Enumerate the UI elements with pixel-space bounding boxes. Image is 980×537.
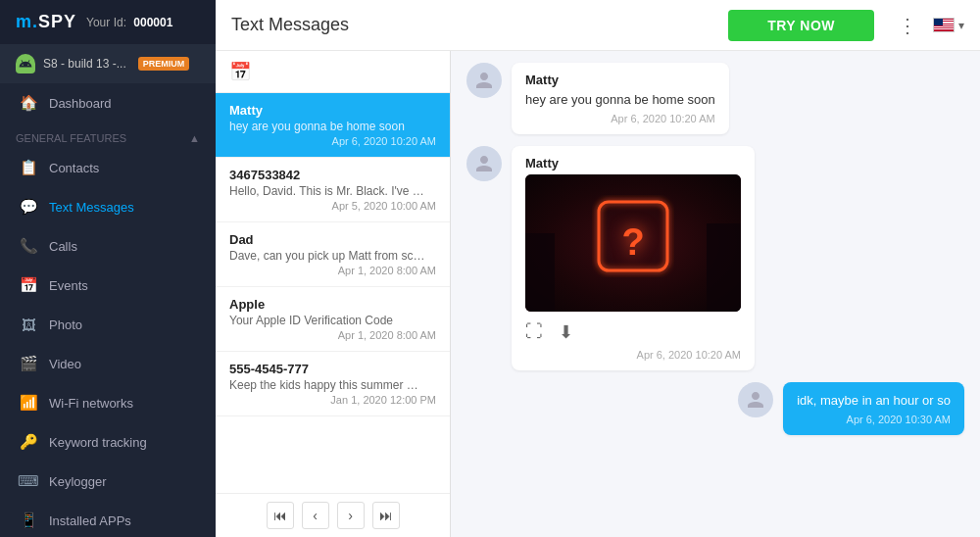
- sidebar-label-text-messages: Text Messages: [49, 200, 134, 215]
- message-preview: Keep the kids happy this summer with ...: [229, 378, 425, 392]
- message-item-dad[interactable]: Dad Dave, can you pick up Matt from scho…: [216, 222, 450, 287]
- sidebar-item-events[interactable]: 📅 Events: [0, 266, 216, 305]
- sidebar-item-wifi[interactable]: 📶 Wi-Fi networks: [0, 383, 216, 422]
- sidebar-item-installed-apps[interactable]: 📱 Installed APPs: [0, 501, 216, 537]
- message-preview: Your Apple ID Verification Code: [229, 314, 425, 327]
- photo-icon: 🖼: [20, 316, 37, 333]
- sidebar-item-calls[interactable]: 📞 Calls: [0, 226, 216, 266]
- chevron-down-icon: ▾: [958, 19, 964, 32]
- message-list-header: 📅: [216, 51, 450, 93]
- message-time: Apr 5, 2020 10:00 AM: [229, 200, 436, 212]
- bubble-sender: Matty: [525, 73, 715, 87]
- message-sender: Apple: [229, 297, 436, 312]
- app-logo: m.SPY: [16, 12, 76, 32]
- bubble-sender: Matty: [525, 156, 741, 171]
- topbar-actions: ⋮ ▾: [890, 10, 964, 41]
- last-page-button[interactable]: ⏭: [372, 502, 400, 529]
- calls-icon: 📞: [20, 237, 37, 255]
- sidebar-label-installed-apps: Installed APPs: [49, 513, 131, 528]
- bubble-time: Apr 6, 2020 10:30 AM: [797, 414, 951, 425]
- avatar: [466, 63, 502, 98]
- pagination: ⏮ ‹ › ⏭: [216, 493, 450, 537]
- bubble-image: ?: [525, 174, 741, 312]
- download-image-button[interactable]: ⬇: [559, 321, 573, 343]
- message-sender: Matty: [229, 103, 436, 118]
- chat-panel: Matty hey are you gonna be home soon Apr…: [451, 51, 980, 537]
- topbar: Text Messages TRY NOW ⋮ ▾: [216, 0, 980, 51]
- sidebar-label-calls: Calls: [49, 239, 77, 254]
- next-page-button[interactable]: ›: [337, 502, 365, 529]
- page-title: Text Messages: [231, 15, 712, 35]
- us-flag-icon: [933, 18, 955, 32]
- svg-text:?: ?: [621, 221, 644, 263]
- sidebar-item-dashboard[interactable]: 🏠 Dashboard: [0, 83, 216, 122]
- bubble-incoming-2: Matty: [512, 146, 755, 370]
- message-item-555[interactable]: 555-4545-777 Keep the kids happy this su…: [216, 352, 450, 416]
- main-area: Text Messages TRY NOW ⋮ ▾ 📅 Matty hey ar…: [216, 0, 980, 537]
- sidebar-item-keyword[interactable]: 🔑 Keyword tracking: [0, 422, 216, 462]
- message-list-panel: 📅 Matty hey are you gonna be home soon A…: [216, 51, 451, 537]
- keyword-icon: 🔑: [20, 433, 37, 451]
- message-sender: 555-4545-777: [229, 362, 436, 376]
- more-options-button[interactable]: ⋮: [890, 10, 925, 41]
- home-icon: 🏠: [20, 94, 37, 112]
- calendar-icon[interactable]: 📅: [229, 61, 251, 82]
- chat-message-3: idk, maybe in an hour or so Apr 6, 2020 …: [466, 382, 964, 435]
- video-icon: 🎬: [20, 355, 37, 372]
- message-preview: Dave, can you pick up Matt from schoo...: [229, 249, 425, 263]
- collapse-icon[interactable]: ▲: [189, 132, 200, 144]
- language-selector[interactable]: ▾: [933, 18, 964, 32]
- bubble-text: hey are you gonna be home soon: [525, 91, 715, 109]
- try-now-button[interactable]: TRY NOW: [728, 10, 874, 41]
- bubble-incoming-1: Matty hey are you gonna be home soon Apr…: [512, 63, 729, 134]
- content-area: 📅 Matty hey are you gonna be home soon A…: [216, 51, 980, 537]
- sidebar-label-video: Video: [49, 357, 81, 371]
- sidebar-item-text-messages[interactable]: 💬 Text Messages: [0, 187, 216, 226]
- sidebar: m.SPY Your Id: 000001 S8 - build 13 -...…: [0, 0, 216, 537]
- general-features-title: General Features ▲: [0, 122, 216, 148]
- message-preview: Hello, David. This is Mr. Black. I've no…: [229, 184, 425, 198]
- wifi-icon: 📶: [20, 394, 37, 412]
- avatar: [738, 382, 773, 417]
- first-page-button[interactable]: ⏮: [267, 502, 294, 529]
- image-actions: ⛶ ⬇: [525, 316, 741, 345]
- sidebar-label-keyword: Keyword tracking: [49, 435, 147, 450]
- message-sender: Dad: [229, 232, 436, 247]
- device-row: S8 - build 13 -... PREMIUM: [0, 44, 216, 83]
- premium-badge: PREMIUM: [138, 57, 190, 71]
- sidebar-label-wifi: Wi-Fi networks: [49, 396, 133, 411]
- sidebar-item-keylogger[interactable]: ⌨ Keylogger: [0, 462, 216, 501]
- avatar: [466, 146, 502, 181]
- sidebar-label-contacts: Contacts: [49, 161, 99, 175]
- sidebar-header: m.SPY Your Id: 000001: [0, 0, 216, 44]
- message-time: Apr 6, 2020 10:20 AM: [229, 135, 436, 147]
- sidebar-item-video[interactable]: 🎬 Video: [0, 344, 216, 383]
- message-time: Apr 1, 2020 8:00 AM: [229, 265, 436, 276]
- message-preview: hey are you gonna be home soon: [229, 120, 425, 133]
- expand-image-button[interactable]: ⛶: [525, 321, 543, 343]
- sidebar-item-contacts[interactable]: 📋 Contacts: [0, 148, 216, 187]
- message-item-3467533842[interactable]: 3467533842 Hello, David. This is Mr. Bla…: [216, 158, 450, 222]
- chat-message-1: Matty hey are you gonna be home soon Apr…: [466, 63, 964, 134]
- chat-message-2: Matty: [466, 146, 964, 370]
- bubble-outgoing: idk, maybe in an hour or so Apr 6, 2020 …: [783, 382, 964, 435]
- sidebar-label-photo: Photo: [49, 317, 82, 332]
- message-sender: 3467533842: [229, 168, 436, 182]
- bubble-time: Apr 6, 2020 10:20 AM: [525, 113, 715, 124]
- message-item-matty[interactable]: Matty hey are you gonna be home soon Apr…: [216, 93, 450, 158]
- keylogger-icon: ⌨: [20, 472, 37, 490]
- sidebar-item-photo[interactable]: 🖼 Photo: [0, 305, 216, 344]
- sidebar-label-dashboard: Dashboard: [49, 96, 112, 111]
- android-icon: [16, 54, 35, 73]
- message-time: Jan 1, 2020 12:00 PM: [229, 394, 436, 406]
- prev-page-button[interactable]: ‹: [302, 502, 329, 529]
- apps-icon: 📱: [20, 512, 37, 529]
- message-list: Matty hey are you gonna be home soon Apr…: [216, 93, 450, 493]
- messages-icon: 💬: [20, 198, 37, 216]
- message-time: Apr 1, 2020 8:00 AM: [229, 329, 436, 341]
- svg-rect-2: [707, 223, 741, 312]
- message-item-apple[interactable]: Apple Your Apple ID Verification Code Ap…: [216, 287, 450, 352]
- bubble-time: Apr 6, 2020 10:20 AM: [525, 349, 741, 361]
- sidebar-label-events: Events: [49, 278, 88, 293]
- svg-rect-1: [525, 233, 555, 312]
